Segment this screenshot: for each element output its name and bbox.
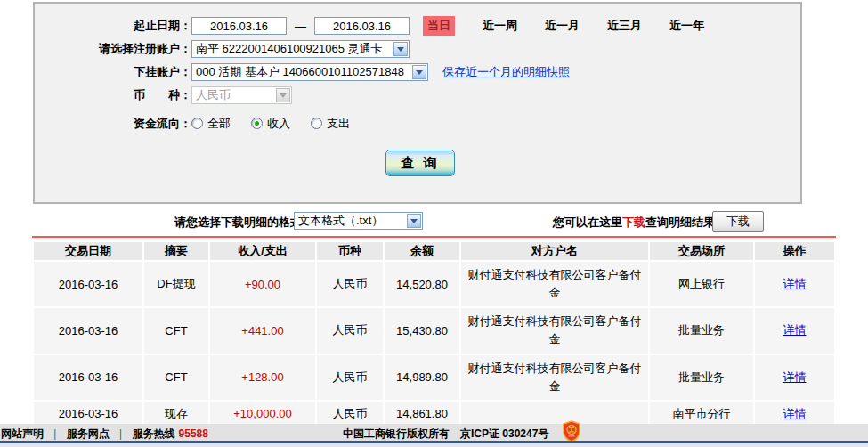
table-row: 2016-03-16CFT+128.00人民币14,989.80财付通支付科技有… — [34, 355, 834, 400]
save-snapshot-link[interactable]: 保存近一个月的明细快照 — [442, 64, 570, 80]
radio-icon[interactable] — [191, 118, 203, 129]
footer-links: 网站声明｜服务网点｜服务热线95588 — [1, 427, 208, 442]
currency-label: 币 种： — [35, 87, 191, 103]
cell-action: 详情 — [755, 402, 834, 427]
cell-balance: 15,430.80 — [385, 308, 459, 353]
cell-balance: 14,989.80 — [385, 355, 459, 400]
column-header: 交易场所 — [650, 242, 753, 260]
cell-counterparty: 财付通支付科技有限公司客户备付金 — [461, 262, 648, 306]
cell-balance: 14,520.80 — [385, 262, 459, 306]
cell-summary: CFT — [144, 308, 208, 353]
table-body: 2016-03-16DF提现+90.00人民币14,520.80财付通支付科技有… — [34, 262, 834, 447]
flow-option-label: 支出 — [327, 116, 350, 132]
cell-date: 2016-03-16 — [34, 355, 142, 400]
flow-option-label: 收入 — [267, 116, 290, 132]
flow-option[interactable]: 支出 — [311, 116, 350, 132]
footer-bar: 网站声明｜服务网点｜服务热线95588 中国工商银行版权所有 京ICP证 030… — [0, 424, 868, 441]
detail-link[interactable]: 详情 — [783, 277, 807, 290]
download-row: 请您选择下载明细的格式 文本格式（.txt） 您可以在这里下载查询明细结果 下载 — [0, 208, 868, 235]
query-button[interactable]: 查 询 — [385, 150, 455, 176]
radio-icon[interactable] — [251, 118, 263, 129]
copyright-text: 中国工商银行版权所有 京ICP证 030247号 — [343, 427, 548, 442]
cell-counterparty: 财付通支付科技有限公司客户备付金 — [461, 355, 648, 400]
registered-account-row: 请选择注册账户： 南平 6222001406100921065 灵通卡 — [35, 37, 800, 61]
flow-option-label: 全部 — [207, 116, 231, 132]
sub-account-row: 下挂账户： 000 活期 基本户 1406600101102571848 保存近… — [35, 61, 800, 84]
cell-amount: +90.00 — [210, 262, 315, 306]
download-format-value: 文本格式（.txt） — [298, 213, 383, 229]
cell-date: 2016-03-16 — [34, 402, 142, 427]
detail-link[interactable]: 详情 — [783, 407, 807, 420]
cell-amount: +10,000.00 — [210, 402, 315, 427]
cell-summary: 现存 — [144, 402, 208, 427]
site-statement-link[interactable]: 网站声明 — [1, 427, 44, 440]
radio-icon[interactable] — [311, 118, 322, 129]
download-format-select[interactable]: 文本格式（.txt） — [294, 212, 423, 230]
cell-amount: +441.00 — [210, 308, 315, 353]
quick-range-item[interactable]: 近一周 — [483, 19, 517, 32]
query-form-panel: 起止日期： — 当日 近一周近一月近三月近一年 请选择注册账户： 南平 6222… — [33, 2, 802, 204]
quick-range-list: 近一周近一月近三月近一年 — [455, 18, 704, 34]
date-from-input[interactable] — [191, 17, 287, 35]
flow-label: 资金流向： — [35, 116, 191, 132]
flow-options: 全部收入支出 — [191, 116, 370, 133]
date-dash: — — [295, 20, 306, 33]
column-header: 余额 — [385, 242, 459, 260]
date-range-row: 起止日期： — 当日 近一周近一月近三月近一年 — [35, 14, 800, 37]
flow-row: 资金流向： 全部收入支出 — [35, 112, 800, 135]
quick-range-item[interactable]: 近一年 — [669, 19, 704, 32]
cell-place: 批量业务 — [650, 308, 753, 353]
column-header: 币种 — [317, 242, 383, 260]
column-header: 交易日期 — [34, 242, 142, 260]
cell-place: 网上银行 — [650, 262, 753, 306]
column-header: 对方户名 — [461, 242, 648, 260]
cell-balance: 14,861.80 — [385, 402, 459, 427]
registered-account-value: 南平 6222001406100921065 灵通卡 — [196, 41, 383, 57]
cell-counterparty: 财付通支付科技有限公司客户备付金 — [461, 308, 648, 353]
flow-option[interactable]: 收入 — [251, 116, 290, 132]
hotline-number: 95588 — [179, 427, 208, 440]
cell-action: 详情 — [755, 355, 834, 400]
detail-link[interactable]: 详情 — [783, 323, 807, 337]
table-header-row: 交易日期摘要收入/支出币种余额对方户名交易场所操作 — [34, 242, 834, 260]
registered-account-select[interactable]: 南平 6222001406100921065 灵通卡 — [191, 40, 410, 58]
quick-range-today[interactable]: 当日 — [423, 16, 455, 36]
column-header: 摘要 — [144, 242, 208, 260]
cell-counterparty — [461, 402, 648, 427]
cell-place: 南平市分行 — [650, 402, 753, 427]
column-header: 收入/支出 — [210, 242, 315, 260]
chevron-down-icon[interactable] — [412, 65, 426, 79]
sub-account-select[interactable]: 000 活期 基本户 1406600101102571848 — [191, 63, 428, 81]
column-header: 操作 — [755, 242, 834, 260]
detail-link[interactable]: 详情 — [783, 370, 807, 384]
download-inline-link[interactable]: 下载 — [622, 215, 645, 229]
registered-account-label: 请选择注册账户： — [35, 41, 191, 57]
chevron-down-icon[interactable] — [407, 214, 421, 228]
results-table: 交易日期摘要收入/支出币种余额对方户名交易场所操作 2016-03-16DF提现… — [32, 240, 836, 447]
download-button[interactable]: 下载 — [712, 211, 764, 232]
bottom-light-strip — [0, 443, 868, 447]
cell-currency: 人民币 — [317, 308, 383, 353]
quick-range-item[interactable]: 近一月 — [545, 19, 580, 32]
table-row: 2016-03-16DF提现+90.00人民币14,520.80财付通支付科技有… — [34, 262, 834, 306]
footer-separator: ｜ — [116, 427, 126, 440]
cell-action: 详情 — [755, 308, 834, 353]
download-hint-prefix: 您可以在这里 — [553, 215, 622, 229]
currency-select: 人民币 — [191, 86, 292, 104]
flow-option[interactable]: 全部 — [191, 116, 231, 132]
currency-value: 人民币 — [196, 87, 231, 103]
download-format-label: 请您选择下载明细的格式 — [174, 215, 302, 231]
cell-action: 详情 — [755, 262, 834, 306]
service-branches-link[interactable]: 服务网点 — [67, 427, 110, 440]
cell-summary: CFT — [144, 355, 208, 400]
chevron-down-icon[interactable] — [393, 42, 408, 56]
table-row: 2016-03-16CFT+441.00人民币15,430.80财付通支付科技有… — [34, 308, 834, 353]
date-to-input[interactable] — [314, 17, 410, 35]
chevron-down-icon — [276, 88, 290, 102]
cell-date: 2016-03-16 — [34, 308, 142, 353]
quick-range-item[interactable]: 近三月 — [607, 19, 642, 32]
download-hint-suffix: 查询明细结果 — [645, 215, 715, 229]
red-divider — [32, 236, 836, 238]
cell-date: 2016-03-16 — [34, 262, 142, 306]
table-row: 2016-03-16现存+10,000.00人民币14,861.80南平市分行详… — [34, 402, 834, 427]
